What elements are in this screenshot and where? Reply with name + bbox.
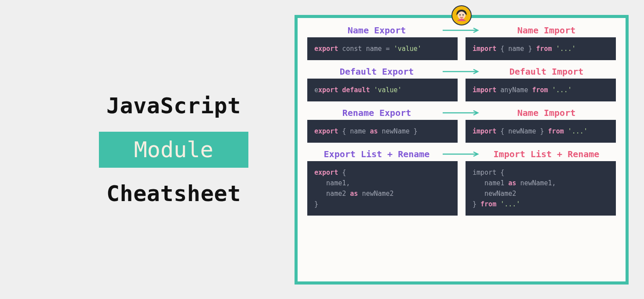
export-code: export { name as newName } <box>307 120 458 143</box>
section-2: Rename Export Name Import export { name … <box>307 108 616 143</box>
svg-point-2 <box>459 14 461 15</box>
svg-point-3 <box>462 14 464 15</box>
export-heading: Default Export <box>312 66 442 77</box>
import-code: import anyName from '...' <box>466 79 616 101</box>
import-code: import { name1 as newName1, newName2 } f… <box>466 161 616 216</box>
arrow-icon <box>442 68 481 75</box>
arrow-icon <box>442 151 481 157</box>
title-line-3: Cheatsheet <box>106 181 241 206</box>
export-heading: Export List + Rename <box>312 149 442 159</box>
title-line-1: JavaScript <box>106 93 241 119</box>
arrow-icon <box>442 110 481 116</box>
import-heading: Default Import <box>481 66 611 77</box>
export-code: export const name = 'value' <box>307 37 458 60</box>
import-heading: Name Import <box>481 25 611 36</box>
title-block: JavaScript Module Cheatsheet <box>0 93 290 206</box>
import-heading: Name Import <box>481 108 611 118</box>
section-3: Export List + Rename Import List + Renam… <box>307 149 616 216</box>
export-code: export default 'value' <box>307 79 458 101</box>
svg-point-1 <box>458 11 466 19</box>
export-heading: Rename Export <box>312 108 442 118</box>
avatar-icon <box>451 5 472 25</box>
import-heading: Import List + Rename <box>481 149 611 159</box>
cheatsheet-panel-wrap: Name Export Name Import export const nam… <box>295 15 629 285</box>
section-1: Default Export Default Import export def… <box>307 66 616 101</box>
export-heading: Name Export <box>312 25 442 36</box>
import-code: import { newName } from '...' <box>466 120 616 143</box>
section-0: Name Export Name Import export const nam… <box>307 25 616 60</box>
import-code: import { name } from '...' <box>466 37 616 60</box>
arrow-icon <box>442 27 481 33</box>
export-code: export { name1, name2 as newName2 } <box>307 161 458 216</box>
cheatsheet-panel: Name Export Name Import export const nam… <box>295 15 629 285</box>
title-pill: Module <box>99 132 249 168</box>
